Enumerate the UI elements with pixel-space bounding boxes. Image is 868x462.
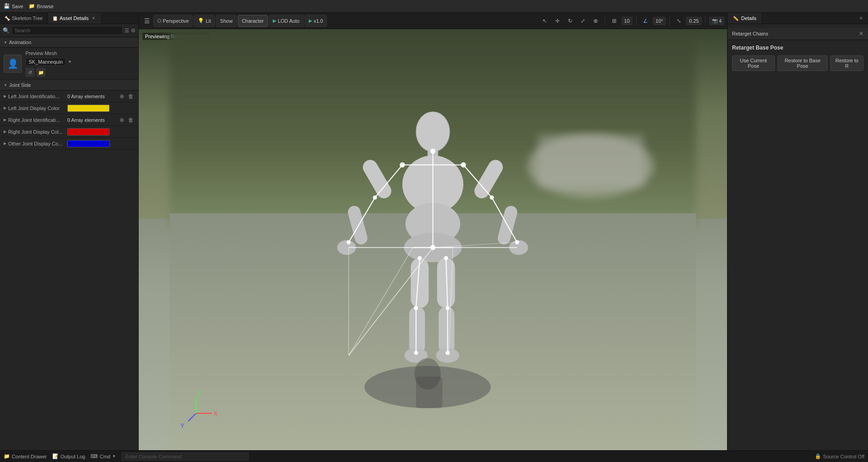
move-tool-icon[interactable]: ✛ — [552, 15, 563, 26]
browse-icon: 📁 — [29, 3, 35, 9]
asset-details-icon: 📋 — [52, 16, 58, 21]
asset-details-close-icon[interactable]: ✕ — [90, 15, 97, 21]
browse-button[interactable]: 📁 Browse — [29, 3, 54, 9]
content-drawer-button[interactable]: 📁 Content Drawer — [4, 453, 47, 459]
browse-mesh-button[interactable]: 📁 — [36, 68, 45, 77]
left-joint-id-actions: ⊕ 🗑 — [118, 93, 135, 100]
svg-point-49 — [417, 256, 421, 260]
gizmo-icon[interactable]: ⊕ — [590, 15, 601, 26]
cmd-icon: ⌨ — [90, 453, 98, 459]
left-joint-id-label: Left Joint Identificatio... — [8, 94, 67, 99]
right-joint-color-expand-icon[interactable]: ▶ — [4, 130, 8, 134]
left-joint-color-expand-icon[interactable]: ▶ — [4, 106, 8, 110]
right-joint-id-value: 0 Array elements — [67, 117, 118, 123]
rotate-tool-icon[interactable]: ↻ — [565, 15, 576, 26]
toolbar-separator-2 — [636, 16, 637, 25]
viewport-content[interactable]: Previewing Reference Pose — [139, 29, 727, 450]
cmd-chevron-icon: ▼ — [112, 454, 116, 458]
left-joint-id-value: 0 Array elements — [67, 94, 118, 99]
skeleton-icon: 🦴 — [5, 16, 10, 21]
tab-skeleton-tree[interactable]: 🦴 Skeleton Tree — [0, 13, 48, 24]
right-panel-close-icon[interactable]: ✕ — [858, 15, 864, 21]
other-joint-display-color-row: ▶ Other Joint Display Co... — [0, 138, 138, 150]
save-button[interactable]: 💾 Save — [4, 3, 23, 9]
refresh-mesh-button[interactable]: ↺ — [25, 68, 35, 77]
animation-section-header[interactable]: ▼ Animation — [0, 37, 138, 48]
output-log-button[interactable]: 📝 Output Log — [52, 453, 85, 459]
svg-rect-57 — [416, 377, 442, 408]
toolbar-separator-3 — [669, 16, 670, 25]
settings-icon[interactable]: ⚙ — [131, 28, 135, 34]
main-area: 🦴 Skeleton Tree 📋 Asset Details ✕ 🔍 ☰ ⚙ … — [0, 13, 868, 450]
retarget-chains-close-icon[interactable]: ✕ — [859, 30, 863, 37]
camera-value[interactable]: 📷 4 — [709, 17, 724, 25]
tab-asset-details[interactable]: 📋 Asset Details ✕ — [48, 13, 102, 24]
left-joint-color-swatch[interactable] — [67, 105, 110, 112]
right-joint-id-expand-icon[interactable]: ▶ — [4, 118, 8, 122]
left-joint-id-remove-icon[interactable]: 🗑 — [127, 93, 135, 100]
svg-point-47 — [346, 240, 351, 244]
preview-mesh-row: 👤 Preview Mesh SK_Mannequin ▼ ↺ 📁 — [0, 48, 138, 80]
angle-icon[interactable]: ∠ — [640, 15, 651, 26]
tab-details[interactable]: ✏️ Details — [728, 13, 763, 24]
svg-point-53 — [414, 351, 418, 355]
angle-value[interactable]: 10° — [653, 17, 666, 25]
filter-icon[interactable]: ☰ — [125, 28, 129, 34]
perspective-button[interactable]: ⬡ Perspective — [153, 15, 193, 27]
speed-play-icon: ▶ — [309, 18, 312, 23]
show-button[interactable]: Show — [216, 15, 237, 27]
right-joint-color-swatch[interactable] — [67, 128, 110, 136]
search-input[interactable] — [11, 26, 123, 35]
hamburger-menu-button[interactable]: ☰ — [141, 15, 152, 26]
lit-button[interactable]: 💡 Lit — [194, 15, 215, 27]
svg-point-44 — [461, 162, 466, 168]
svg-point-41 — [430, 149, 436, 154]
joint-side-properties: ▶ Left Joint Identificatio... 0 Array el… — [0, 90, 138, 150]
right-joint-id-add-icon[interactable]: ⊕ — [118, 116, 125, 124]
dropdown-arrow-icon: ▼ — [68, 60, 72, 64]
svg-text:X: X — [213, 410, 217, 417]
right-panel: ✏️ Details ✕ Retarget Chains ✕ Retarget … — [727, 13, 868, 450]
svg-point-4 — [416, 112, 450, 152]
details-icon: ✏️ — [733, 16, 738, 21]
preview-mesh-label: Preview Mesh — [25, 50, 135, 56]
cmd-button[interactable]: ⌨ Cmd ▼ — [90, 453, 115, 459]
scale-value[interactable]: 0.25 — [686, 17, 701, 25]
scale-icon[interactable]: ⤡ — [673, 15, 684, 26]
console-input[interactable] — [121, 452, 249, 461]
restore-r-button[interactable]: Restore to R — [830, 55, 863, 71]
toolbar-separator-4 — [705, 16, 706, 25]
retarget-action-buttons: Use Current Pose Restore to Base Pose Re… — [732, 55, 863, 71]
character-skeleton-svg: X Z Y — [139, 29, 727, 450]
mesh-name-button[interactable]: SK_Mannequin — [25, 58, 66, 66]
viewport-area: ☰ ⬡ Perspective 💡 Lit Show Character ▶ L… — [139, 13, 727, 450]
retarget-base-pose-title: Retarget Base Pose — [732, 45, 863, 51]
lod-button[interactable]: ▶ LOD Auto — [269, 15, 304, 27]
select-tool-icon[interactable]: ↖ — [539, 15, 550, 26]
top-menu-bar: 💾 Save 📁 Browse — [0, 0, 868, 13]
svg-text:Z: Z — [197, 390, 201, 397]
restore-base-pose-button[interactable]: Restore to Base Pose — [778, 55, 828, 71]
left-joint-id-expand-icon[interactable]: ▶ — [4, 94, 8, 98]
other-joint-color-swatch[interactable] — [67, 140, 110, 147]
svg-point-52 — [446, 306, 450, 310]
grid-icon[interactable]: ⊞ — [609, 15, 620, 26]
svg-rect-19 — [439, 306, 455, 354]
grid-value[interactable]: 10 — [622, 17, 632, 25]
character-button[interactable]: Character — [238, 15, 268, 27]
viewport-toolbar: ☰ ⬡ Perspective 💡 Lit Show Character ▶ L… — [139, 13, 727, 29]
svg-point-48 — [515, 240, 519, 244]
left-panel-tabs: 🦴 Skeleton Tree 📋 Asset Details ✕ — [0, 13, 138, 24]
joint-side-section-header[interactable]: ▼ Joint Side — [0, 80, 138, 90]
save-icon: 💾 — [4, 3, 10, 9]
retarget-chains-header: Retarget Chains ✕ — [728, 28, 868, 40]
other-joint-color-expand-icon[interactable]: ▶ — [4, 141, 8, 146]
scale-tool-icon[interactable]: ⤢ — [577, 15, 588, 26]
speed-button[interactable]: ▶ x1.0 — [305, 15, 327, 27]
right-joint-id-actions: ⊕ 🗑 — [118, 116, 135, 124]
left-joint-id-add-icon[interactable]: ⊕ — [118, 93, 125, 100]
svg-rect-15 — [411, 258, 428, 308]
right-joint-id-remove-icon[interactable]: 🗑 — [127, 116, 135, 124]
details-tabs: ✏️ Details ✕ — [728, 13, 868, 24]
use-current-pose-button[interactable]: Use Current Pose — [732, 55, 775, 71]
